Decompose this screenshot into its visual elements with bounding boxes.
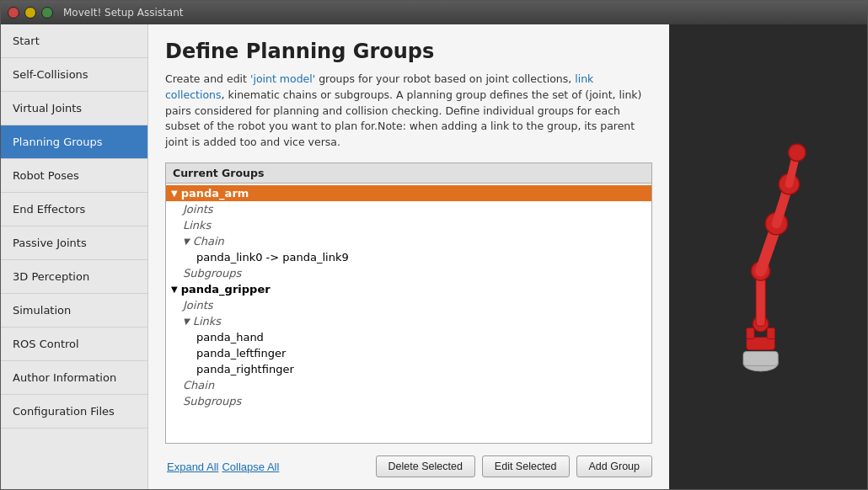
add-group-button[interactable]: Add Group — [576, 455, 652, 477]
tree-row-panda-leftfinger[interactable]: panda_leftfinger — [166, 345, 651, 361]
sidebar-item-3d-perception[interactable]: 3D Perception — [1, 260, 147, 294]
sidebar-item-planning-groups[interactable]: Planning Groups — [1, 125, 147, 159]
sidebar-item-virtual-joints[interactable]: Virtual Joints — [1, 92, 147, 125]
tree-row-chain-value[interactable]: panda_link0 -> panda_link9 — [166, 249, 651, 265]
minimize-button[interactable] — [24, 7, 36, 19]
svg-point-11 — [788, 144, 806, 162]
link-collections-link[interactable]: link collections — [165, 72, 593, 101]
window-title: MoveIt! Setup Assistant — [63, 7, 183, 19]
robot-visualization — [693, 130, 844, 383]
tree-row-panda-gripper-chain[interactable]: Chain — [166, 377, 651, 393]
tree-row-panda-gripper[interactable]: ▼ panda_gripper — [166, 281, 651, 297]
sidebar-item-robot-poses[interactable]: Robot Poses — [1, 159, 147, 193]
page-title: Define Planning Groups — [165, 40, 652, 63]
maximize-button[interactable] — [41, 7, 53, 19]
sidebar-item-configuration-files[interactable]: Configuration Files — [1, 395, 147, 429]
sidebar-item-passive-joints[interactable]: Passive Joints — [1, 226, 147, 260]
tree-row-panda-arm-subgroups[interactable]: Subgroups — [166, 265, 651, 281]
tree-row-panda-arm-joints[interactable]: Joints — [166, 201, 651, 217]
tree-panel: Current Groups ▼ panda_arm Joints Links … — [165, 162, 652, 444]
svg-rect-2 — [767, 328, 774, 338]
title-bar: MoveIt! Setup Assistant — [1, 1, 867, 24]
svg-rect-13 — [743, 352, 778, 366]
edit-selected-button[interactable]: Edit Selected — [482, 455, 570, 477]
tree-content: ▼ panda_arm Joints Links ▼ Chain panda — [166, 184, 651, 411]
tree-row-panda-arm-links[interactable]: Links — [166, 217, 651, 233]
description: Create and edit 'joint model' groups for… — [165, 72, 652, 151]
sidebar-item-ros-control[interactable]: ROS Control — [1, 328, 147, 361]
tree-row-panda-arm[interactable]: ▼ panda_arm — [166, 185, 651, 201]
tree-row-panda-gripper-joints[interactable]: Joints — [166, 297, 651, 313]
main-panel: Define Planning Groups Create and edit '… — [148, 24, 669, 489]
sidebar: Start Self-Collisions Virtual Joints Pla… — [1, 24, 148, 489]
collapse-all-button[interactable]: Collapse All — [220, 461, 281, 473]
sidebar-item-end-effectors[interactable]: End Effectors — [1, 193, 147, 226]
joint-model-link[interactable]: 'joint model' — [250, 72, 315, 85]
close-button[interactable] — [8, 7, 19, 19]
svg-rect-1 — [746, 328, 753, 338]
triangle-icon-panda-gripper: ▼ — [171, 285, 178, 294]
sidebar-item-author-information[interactable]: Author Information — [1, 361, 147, 395]
triangle-icon-panda-arm: ▼ — [171, 189, 178, 198]
bottom-bar: Expand All Collapse All Delete Selected … — [165, 455, 652, 477]
tree-panel-header: Current Groups — [166, 163, 651, 184]
triangle-icon-gripper-links: ▼ — [183, 317, 190, 326]
tree-row-panda-hand[interactable]: panda_hand — [166, 329, 651, 345]
triangle-icon-chain: ▼ — [183, 237, 190, 246]
sidebar-item-simulation[interactable]: Simulation — [1, 294, 147, 328]
tree-row-panda-arm-chain[interactable]: ▼ Chain — [166, 233, 651, 249]
tree-row-panda-gripper-links[interactable]: ▼ Links — [166, 313, 651, 329]
tree-row-panda-gripper-subgroups[interactable]: Subgroups — [166, 393, 651, 409]
delete-selected-button[interactable]: Delete Selected — [376, 455, 475, 477]
tree-row-panda-rightfinger[interactable]: panda_rightfinger — [166, 361, 651, 377]
expand-all-button[interactable]: Expand All — [165, 461, 220, 473]
sidebar-item-self-collisions[interactable]: Self-Collisions — [1, 58, 147, 92]
robot-panel — [669, 24, 867, 489]
sidebar-item-start[interactable]: Start — [1, 24, 147, 58]
